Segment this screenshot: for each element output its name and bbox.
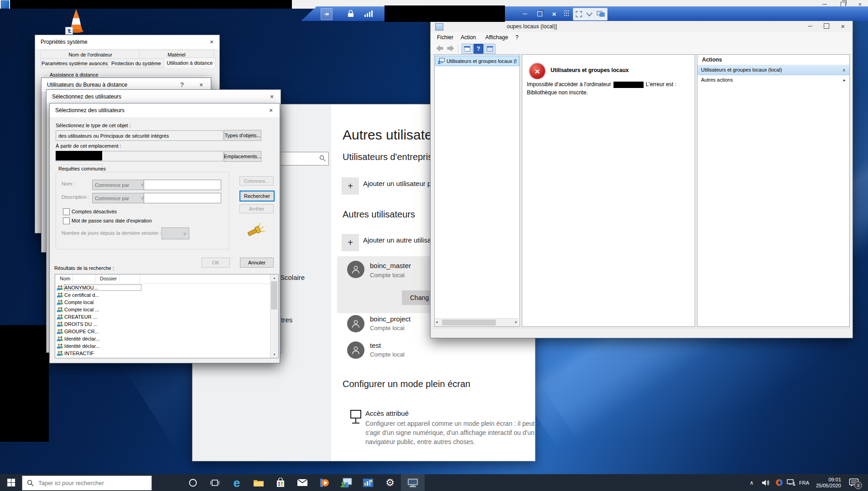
object-types-button[interactable]: Types d'objets... — [224, 130, 261, 141]
taskbar-edge-button[interactable]: e — [226, 474, 248, 491]
rdp-restore-button[interactable] — [533, 8, 546, 19]
tray-notification-button[interactable]: 3 — [843, 474, 865, 491]
actions-item-selected[interactable]: Utilisateurs et groupes locaux (local) ∧ — [697, 65, 849, 75]
list-item[interactable]: Compte local — [55, 299, 278, 306]
tree-item-local-users-groups[interactable]: Utilisateurs et groupes locaux (l — [435, 56, 519, 66]
start-button[interactable] — [0, 474, 22, 491]
taskbar-task-view-button[interactable] — [204, 474, 226, 491]
tab-computer-name[interactable]: Nom de l'ordinateur — [41, 50, 140, 59]
search-now-button[interactable]: Rechercher — [239, 191, 275, 202]
pin-button[interactable] — [321, 8, 333, 20]
results-list[interactable]: Nom Dossier ANONYMOU... Ce certificat d.… — [55, 274, 279, 358]
settings-search-input[interactable] — [276, 152, 329, 165]
taskbar-active-rdp-button[interactable] — [401, 474, 425, 491]
list-item[interactable]: CREATEUR ... — [55, 313, 278, 320]
grip-dots-icon[interactable] — [564, 10, 569, 17]
locations-button[interactable]: Emplacements... — [224, 151, 261, 162]
help-toolbar-button[interactable]: ? — [473, 44, 483, 54]
add-enterprise-user-button[interactable]: + — [342, 177, 359, 195]
results-scrollbar[interactable]: ▴ ▾ — [270, 274, 278, 358]
stop-button[interactable]: Arrêter — [239, 204, 274, 213]
description-input[interactable] — [144, 193, 221, 203]
user-name: boinc_master — [370, 262, 411, 269]
taskbar-store-button[interactable] — [270, 474, 291, 491]
tab-remote[interactable]: Utilisation à distance — [164, 57, 216, 68]
select-users-close-button[interactable]: × — [263, 103, 279, 117]
password-never-expires-checkbox[interactable] — [63, 217, 70, 224]
sysprops-close-button[interactable]: × — [204, 35, 219, 49]
list-item[interactable]: INTERACTIF — [55, 350, 278, 357]
description-operator-select[interactable]: Commence par∨ — [92, 193, 147, 203]
tray-clock[interactable]: 09:01 25/05/2020 — [813, 474, 841, 491]
list-item[interactable]: DROITS DU ... — [55, 320, 278, 328]
scroll-down-icon[interactable]: ▾ — [273, 352, 275, 358]
common-queries-tab[interactable]: Requêtes communes — [62, 164, 103, 173]
fullscreen-icon[interactable] — [576, 11, 582, 17]
group-icon — [57, 300, 63, 305]
rdp-minimize-button[interactable] — [519, 8, 531, 19]
scrollbar-thumb[interactable] — [271, 281, 277, 310]
export-list-button[interactable] — [484, 44, 495, 54]
taskbar-settings-button[interactable]: ⚙ — [379, 474, 401, 491]
tray-volume-button[interactable] — [758, 474, 774, 491]
mmc-close-button[interactable]: × — [835, 21, 851, 31]
rdp-close-button[interactable]: × — [548, 8, 561, 19]
sidebar-item-scolaire[interactable]: Scolaire — [280, 274, 305, 281]
name-operator-select[interactable]: Commence par∨ — [92, 180, 147, 190]
disabled-accounts-checkbox[interactable] — [63, 208, 70, 215]
taskbar-mail-button[interactable] — [291, 474, 313, 491]
list-item[interactable]: GROUPE CR... — [55, 328, 278, 335]
menu-action[interactable]: Action — [461, 34, 476, 41]
taskbar-lusrmgr-button[interactable] — [335, 474, 357, 491]
ok-button[interactable]: OK — [202, 258, 230, 268]
taskbar-cortana-button[interactable] — [182, 474, 204, 491]
assigned-access-link[interactable]: Accès attribué — [365, 409, 409, 417]
computer-management-icon — [363, 478, 374, 487]
select-users-back-close-button[interactable]: × — [264, 90, 280, 103]
days-since-logon-select[interactable]: ∨ — [161, 227, 189, 239]
column-header-name[interactable]: Nom — [55, 274, 95, 284]
name-input[interactable] — [144, 180, 221, 190]
list-item[interactable]: Compte local ... — [55, 306, 278, 313]
list-item[interactable]: Ce certificat d... — [55, 291, 278, 299]
vlc-desktop-icon[interactable] — [65, 8, 87, 35]
mmc-statusbar — [431, 328, 852, 337]
taskbar-management-button[interactable] — [357, 474, 379, 491]
taskbar-search[interactable] — [22, 475, 152, 491]
tree-horizontal-scrollbar[interactable]: ◂ ▸ — [435, 318, 519, 326]
menu-affichage[interactable]: Affichage — [485, 34, 508, 41]
console-tree-toggle-button[interactable] — [462, 44, 473, 54]
add-other-user-button[interactable]: + — [342, 234, 359, 251]
column-header-folder[interactable]: Dossier — [95, 274, 140, 284]
tray-language-button[interactable]: FRA — [795, 474, 813, 491]
back-button[interactable] — [435, 44, 444, 52]
user-row-test[interactable]: test Compte local — [337, 338, 535, 364]
menu-fichier[interactable]: Fichier — [437, 34, 453, 41]
scroll-left-button[interactable]: ◂ — [436, 320, 438, 324]
taskbar-media-player-button[interactable] — [313, 474, 335, 491]
cancel-button[interactable]: Annuler — [240, 258, 274, 268]
mmc-maximize-button[interactable] — [819, 21, 834, 31]
help-icon: ? — [180, 81, 184, 88]
forward-button[interactable] — [446, 44, 455, 52]
chevron-down-icon[interactable] — [586, 12, 593, 16]
search-input[interactable] — [37, 479, 140, 487]
tab-protection[interactable]: Protection du système — [108, 58, 165, 68]
list-item[interactable]: Identité déclar... — [55, 342, 278, 350]
console-window-icon — [464, 46, 470, 52]
monitor-switch-icon[interactable] — [597, 11, 605, 17]
scrollbar-thumb[interactable] — [442, 320, 496, 326]
tab-advanced[interactable]: Paramètres système avancés — [41, 58, 109, 68]
scroll-right-button[interactable]: ▸ — [515, 320, 517, 324]
taskbar-explorer-button[interactable] — [248, 474, 270, 491]
scroll-up-icon[interactable]: ▴ — [273, 274, 275, 280]
tray-chevron-button[interactable]: ∧ — [743, 474, 760, 491]
list-item[interactable]: ANONYMOU... — [55, 284, 278, 291]
menu-help[interactable]: ? — [515, 34, 519, 41]
columns-button[interactable]: Colonnes... — [239, 176, 274, 186]
location-label: À partir de cet emplacement : — [56, 143, 121, 149]
actions-item-other[interactable]: Autres actions ▸ — [697, 75, 849, 85]
window-title: Propriétés système — [41, 39, 88, 45]
mmc-minimize-button[interactable] — [802, 21, 818, 31]
list-item[interactable]: Identité déclar... — [55, 335, 278, 342]
